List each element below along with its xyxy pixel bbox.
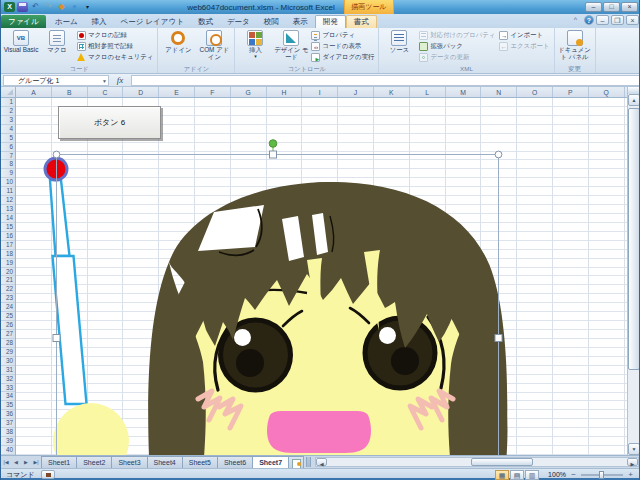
ribbon-button-Visual Basic[interactable]: Visual Basic [3, 29, 39, 65]
ribbon-button-拡張パック[interactable]: 拡張パック [417, 41, 497, 52]
row-header-35[interactable]: 35 [1, 401, 15, 410]
column-header-L[interactable]: L [410, 87, 446, 97]
ribbon-button-データの更新[interactable]: データの更新 [417, 52, 497, 63]
workbook-minimize-button[interactable]: – [596, 15, 609, 25]
character-drawing[interactable] [16, 98, 627, 455]
minimize-button[interactable]: – [585, 2, 602, 12]
qat-dropdown-icon[interactable]: ▾ [82, 2, 93, 12]
ribbon-button-マクロの記録[interactable]: マクロの記録 [75, 30, 155, 41]
zoom-slider[interactable] [581, 474, 623, 476]
row-header-29[interactable]: 29 [1, 348, 15, 357]
next-sheet-button[interactable]: ▶ [21, 456, 31, 468]
scrollbar-split-box[interactable] [628, 87, 640, 94]
column-header-B[interactable]: B [52, 87, 88, 97]
tab-表示[interactable]: 表示 [286, 15, 315, 28]
tab-開発[interactable]: 開発 [315, 15, 346, 28]
formula-input[interactable] [131, 75, 640, 86]
row-header-4[interactable]: 4 [1, 125, 15, 134]
row-header-21[interactable]: 21 [1, 276, 15, 285]
zoom-out-button[interactable]: − [569, 470, 578, 479]
ribbon-button-挿入[interactable]: 挿入▾ [237, 29, 273, 65]
rotation-handle[interactable] [269, 140, 277, 148]
row-header-33[interactable]: 33 [1, 384, 15, 393]
row-header-37[interactable]: 37 [1, 419, 15, 428]
column-header-H[interactable]: H [267, 87, 303, 97]
ribbon-button-ドキュメント パネル[interactable]: ドキュメント パネル [557, 29, 593, 65]
undo-icon[interactable]: ↶ [30, 2, 41, 12]
ribbon-button-エクスポート[interactable]: エクスポート [497, 41, 551, 52]
row-header-16[interactable]: 16 [1, 232, 15, 241]
row-header-40[interactable]: 40 [1, 446, 15, 455]
column-header-J[interactable]: J [338, 87, 374, 97]
scroll-up-button[interactable]: ▲ [628, 94, 640, 106]
row-header-10[interactable]: 10 [1, 178, 15, 187]
ribbon-button-ソース[interactable]: ソース [381, 29, 417, 65]
ribbon-button-マクロ[interactable]: マクロ [39, 29, 75, 65]
column-header-M[interactable]: M [446, 87, 482, 97]
insert-function-button[interactable]: fx [109, 75, 131, 85]
row-header-3[interactable]: 3 [1, 116, 15, 125]
previous-sheet-button[interactable]: ◀ [11, 456, 21, 468]
insert-worksheet-tab[interactable] [288, 456, 304, 468]
zoom-in-button[interactable]: + [626, 470, 635, 479]
ribbon-button-アドイン[interactable]: アドイン [160, 29, 196, 65]
row-header-30[interactable]: 30 [1, 357, 15, 366]
first-sheet-button[interactable]: |◀ [1, 456, 11, 468]
zoom-slider-thumb[interactable] [599, 471, 604, 479]
row-header-31[interactable]: 31 [1, 366, 15, 375]
workbook-restore-button[interactable]: ❐ [611, 15, 624, 25]
scroll-right-button[interactable]: ▶ [627, 458, 638, 466]
minimize-ribbon-button[interactable]: ^ [569, 15, 582, 25]
column-header-G[interactable]: G [231, 87, 267, 97]
column-header-F[interactable]: F [195, 87, 231, 97]
row-header-23[interactable]: 23 [1, 294, 15, 303]
scroll-left-button[interactable]: ◀ [316, 458, 327, 466]
row-header-36[interactable]: 36 [1, 410, 15, 419]
sheet-tab-Sheet6[interactable]: Sheet6 [217, 456, 253, 468]
row-header-12[interactable]: 12 [1, 196, 15, 205]
row-header-7[interactable]: 7 [1, 152, 15, 161]
tab-ページ レイアウト[interactable]: ページ レイアウト [114, 15, 191, 28]
row-header-24[interactable]: 24 [1, 303, 15, 312]
row-header-19[interactable]: 19 [1, 259, 15, 268]
tab-ホーム[interactable]: ホーム [48, 15, 85, 28]
row-header-8[interactable]: 8 [1, 160, 15, 169]
row-header-20[interactable]: 20 [1, 268, 15, 277]
help-button[interactable]: ? [584, 15, 594, 25]
page-break-view-button[interactable]: ▥ [525, 470, 539, 480]
row-header-28[interactable]: 28 [1, 339, 15, 348]
name-box[interactable]: グループ化 1 ▼ [3, 75, 109, 86]
scroll-down-button[interactable]: ▼ [628, 443, 640, 455]
select-all-corner[interactable] [1, 87, 16, 98]
tab-書式[interactable]: 書式 [346, 15, 377, 28]
name-box-dropdown-icon[interactable]: ▼ [102, 76, 107, 86]
column-header-O[interactable]: O [517, 87, 553, 97]
macro-record-button[interactable] [41, 470, 55, 479]
tab-データ[interactable]: データ [220, 15, 257, 28]
sheet-tab-Sheet7[interactable]: Sheet7 [252, 456, 289, 468]
column-header-I[interactable]: I [302, 87, 338, 97]
row-header-9[interactable]: 9 [1, 169, 15, 178]
row-header-1[interactable]: 1 [1, 98, 15, 107]
tab-split-handle[interactable] [306, 457, 311, 467]
ribbon-button-コードの表示[interactable]: コードの表示 [309, 41, 376, 52]
column-header-C[interactable]: C [88, 87, 124, 97]
column-header-D[interactable]: D [123, 87, 159, 97]
excel-logo-icon[interactable]: X [4, 2, 15, 12]
row-header-18[interactable]: 18 [1, 250, 15, 259]
ribbon-button-対応付けのプロパティ[interactable]: 対応付けのプロパティ [417, 30, 497, 41]
column-header-K[interactable]: K [374, 87, 410, 97]
row-header-11[interactable]: 11 [1, 187, 15, 196]
sheet-tab-Sheet4[interactable]: Sheet4 [147, 456, 183, 468]
sheet-tab-Sheet1[interactable]: Sheet1 [41, 456, 77, 468]
horizontal-scrollbar-thumb[interactable] [471, 458, 533, 466]
row-header-15[interactable]: 15 [1, 223, 15, 232]
row-header-25[interactable]: 25 [1, 312, 15, 321]
ribbon-button-インポート[interactable]: インポート [497, 30, 551, 41]
row-header-22[interactable]: 22 [1, 285, 15, 294]
row-header-32[interactable]: 32 [1, 375, 15, 384]
tab-校閲[interactable]: 校閲 [257, 15, 286, 28]
row-header-6[interactable]: 6 [1, 143, 15, 152]
vertical-scrollbar-thumb[interactable] [628, 108, 640, 370]
row-header-27[interactable]: 27 [1, 330, 15, 339]
